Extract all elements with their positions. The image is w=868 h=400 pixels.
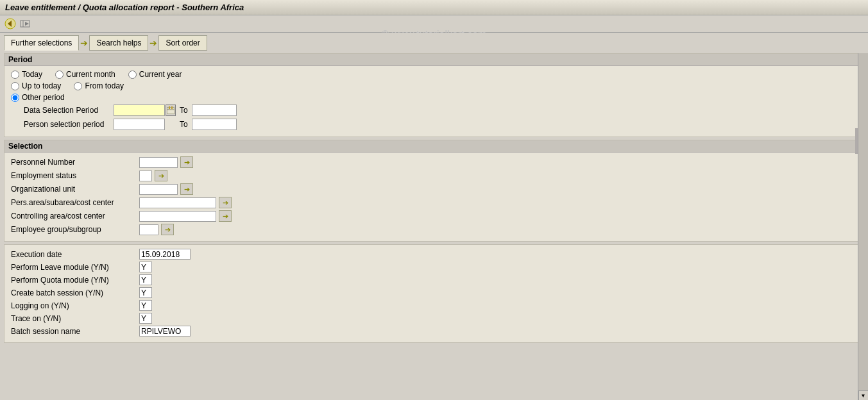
svg-rect-7 bbox=[169, 106, 170, 109]
data-selection-period-to[interactable] bbox=[192, 104, 237, 116]
personnel-number-row: Personnel Number ➔ bbox=[11, 156, 857, 168]
tab-arrow-2: ➔ bbox=[149, 38, 157, 48]
organizational-unit-input[interactable] bbox=[139, 184, 178, 195]
controlling-area-label: Controlling area/cost center bbox=[11, 212, 139, 221]
logging-on-label: Logging on (Y/N) bbox=[11, 301, 139, 310]
pers-area-label: Pers.area/subarea/cost center bbox=[11, 198, 139, 207]
logging-on-input[interactable] bbox=[139, 300, 152, 311]
radio-other-period[interactable] bbox=[11, 94, 19, 102]
organizational-unit-row: Organizational unit ➔ bbox=[11, 183, 857, 195]
radio-other-period-group: Other period bbox=[11, 93, 65, 102]
svg-rect-5 bbox=[167, 108, 174, 114]
data-selection-period-row: Data Selection Period To bbox=[11, 104, 857, 116]
tabs-bar: Further selections ➔ Search helps ➔ Sort… bbox=[0, 33, 868, 53]
execution-date-row: Execution date bbox=[11, 249, 857, 260]
radio-current-month[interactable] bbox=[55, 71, 64, 79]
employee-group-label: Employee group/subgroup bbox=[11, 225, 139, 234]
employee-group-input[interactable] bbox=[139, 224, 158, 235]
data-selection-period-label: Data Selection Period bbox=[11, 106, 114, 115]
scroll-down-btn[interactable]: ▼ bbox=[858, 390, 869, 400]
tab-sort-order-label: Sort order bbox=[166, 38, 200, 47]
period-row-3: Other period bbox=[11, 93, 857, 102]
data-selection-period-calendar-btn[interactable] bbox=[166, 104, 176, 116]
tab-sort-order[interactable]: Sort order bbox=[158, 35, 207, 51]
personnel-number-input[interactable] bbox=[139, 157, 178, 168]
radio-current-month-group: Current month bbox=[55, 70, 115, 79]
period-row-2: Up to today From today bbox=[11, 81, 857, 90]
pers-area-row: Pers.area/subarea/cost center ➔ bbox=[11, 197, 857, 208]
person-selection-to-label: To bbox=[180, 120, 188, 129]
pers-area-input[interactable] bbox=[139, 197, 216, 208]
radio-up-to-today[interactable] bbox=[11, 82, 19, 90]
period-section: Period Today Current month Current year bbox=[4, 53, 864, 137]
execution-date-input[interactable] bbox=[139, 249, 191, 260]
period-section-header: Period bbox=[4, 54, 864, 66]
perform-quota-row: Perform Quota module (Y/N) bbox=[11, 274, 857, 285]
radio-current-year[interactable] bbox=[128, 71, 137, 79]
create-batch-label: Create batch session (Y/N) bbox=[11, 288, 139, 297]
controlling-area-input[interactable] bbox=[139, 211, 216, 222]
scroll-track[interactable] bbox=[858, 52, 869, 390]
employment-status-row: Employment status ➔ bbox=[11, 170, 857, 181]
svg-rect-8 bbox=[171, 106, 173, 109]
selection-section: Selection Personnel Number ➔ Employment … bbox=[4, 140, 864, 242]
radio-current-year-label: Current year bbox=[139, 70, 182, 79]
tab-search-helps[interactable]: Search helps bbox=[89, 35, 148, 51]
radio-from-today[interactable] bbox=[74, 82, 82, 90]
person-selection-period-to[interactable] bbox=[192, 119, 237, 130]
svg-marker-4 bbox=[25, 22, 29, 26]
person-selection-period-row: Person selection period To bbox=[11, 119, 857, 130]
controlling-area-row: Controlling area/cost center ➔ bbox=[11, 210, 857, 222]
radio-from-today-group: From today bbox=[74, 81, 124, 90]
radio-current-year-group: Current year bbox=[128, 70, 182, 79]
forward-icon[interactable] bbox=[19, 17, 32, 30]
trace-on-input[interactable] bbox=[139, 313, 152, 324]
radio-up-to-today-label: Up to today bbox=[22, 81, 61, 90]
radio-other-period-label: Other period bbox=[22, 93, 65, 102]
trace-on-label: Trace on (Y/N) bbox=[11, 314, 139, 323]
selection-section-body: Personnel Number ➔ Employment status ➔ O… bbox=[4, 153, 864, 241]
period-section-body: Today Current month Current year Up to t… bbox=[4, 66, 864, 137]
create-batch-input[interactable] bbox=[139, 287, 152, 298]
batch-session-name-input[interactable] bbox=[139, 326, 191, 337]
perform-leave-row: Perform Leave module (Y/N) bbox=[11, 262, 857, 272]
employment-status-arrow-btn[interactable]: ➔ bbox=[155, 170, 167, 181]
perform-leave-input[interactable] bbox=[139, 262, 152, 272]
perform-leave-label: Perform Leave module (Y/N) bbox=[11, 263, 139, 272]
tab-search-helps-label: Search helps bbox=[96, 38, 141, 47]
controlling-area-arrow-btn[interactable]: ➔ bbox=[219, 210, 232, 222]
radio-today[interactable] bbox=[11, 71, 19, 79]
scrollbar: ▲ ▼ bbox=[858, 42, 868, 400]
back-icon[interactable] bbox=[4, 17, 17, 30]
execution-section: Execution date Perform Leave module (Y/N… bbox=[4, 244, 864, 343]
employee-group-arrow-btn[interactable]: ➔ bbox=[161, 224, 174, 235]
toolbar bbox=[0, 15, 868, 33]
radio-up-to-today-group: Up to today bbox=[11, 81, 61, 90]
pers-area-arrow-btn[interactable]: ➔ bbox=[219, 197, 232, 208]
radio-from-today-label: From today bbox=[85, 81, 124, 90]
vertical-resize-handle[interactable] bbox=[855, 128, 858, 154]
batch-session-name-label: Batch session name bbox=[11, 327, 139, 336]
perform-quota-label: Perform Quota module (Y/N) bbox=[11, 276, 139, 285]
personnel-number-arrow-btn[interactable]: ➔ bbox=[180, 156, 193, 168]
person-selection-period-from[interactable] bbox=[114, 119, 165, 130]
tab-further-selections[interactable]: Further selections bbox=[4, 35, 79, 51]
personnel-number-label: Personnel Number bbox=[11, 158, 139, 167]
title-bar: Leave entitlement / Quota allocation rep… bbox=[0, 0, 868, 15]
radio-current-month-label: Current month bbox=[66, 70, 115, 79]
person-selection-period-label: Person selection period bbox=[11, 120, 114, 129]
batch-session-name-row: Batch session name bbox=[11, 326, 857, 337]
logging-on-row: Logging on (Y/N) bbox=[11, 300, 857, 311]
employment-status-label: Employment status bbox=[11, 171, 139, 180]
window-title: Leave entitlement / Quota allocation rep… bbox=[5, 3, 244, 12]
organizational-unit-arrow-btn[interactable]: ➔ bbox=[180, 183, 193, 195]
radio-today-label: Today bbox=[22, 70, 42, 79]
perform-quota-input[interactable] bbox=[139, 274, 152, 285]
tab-arrow-1: ➔ bbox=[80, 38, 88, 48]
employment-status-input[interactable] bbox=[139, 171, 152, 181]
main-content: Period Today Current month Current year bbox=[0, 53, 868, 396]
data-selection-period-from[interactable] bbox=[114, 104, 165, 116]
data-selection-to-label: To bbox=[180, 106, 188, 115]
selection-section-header: Selection bbox=[4, 140, 864, 153]
create-batch-row: Create batch session (Y/N) bbox=[11, 287, 857, 298]
